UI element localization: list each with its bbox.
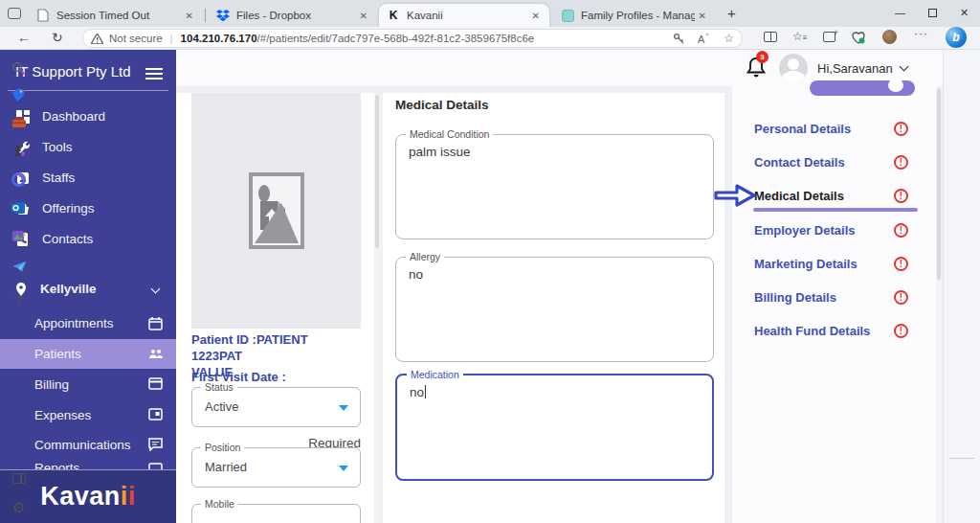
error-icon: ! [894,257,908,271]
browser-menu-icon[interactable]: ··· [914,27,928,40]
kavanii-logo: Kavanii [40,482,136,512]
hamburger-menu-icon[interactable] [145,65,163,82]
shopping-tag-icon[interactable] [11,86,27,102]
allergy-textarea[interactable]: Allergy no [395,257,714,362]
browser-profile-avatar[interactable] [882,30,897,44]
nav-item-contact-details[interactable]: Contact Details [754,155,845,170]
add-sidebar-item-icon[interactable]: + [11,289,27,306]
notification-badge: 3 [756,51,768,63]
tab-title: Session Timed Out [56,10,182,21]
mobile-input[interactable]: Mobile [191,504,361,523]
split-screen-icon[interactable] [764,32,777,42]
tab-kavanii-active[interactable]: K Kavanii ✕ [379,4,549,27]
user-avatar[interactable] [779,54,808,82]
nav-item-billing-details[interactable]: Billing Details [754,290,836,305]
toolbox-icon[interactable] [11,114,27,130]
settings-gear-icon[interactable]: ⚙ [11,499,27,515]
tab-close-icon[interactable]: ✕ [695,9,710,23]
patient-column-scrollbar[interactable] [374,93,380,523]
position-select[interactable]: Position Married [191,447,361,488]
scrollbar-thumb[interactable] [375,95,379,248]
tab-actions-icon[interactable] [8,8,21,19]
notification-bell-icon[interactable]: 3 [746,56,767,82]
microsoft-365-icon[interactable] [11,171,27,188]
security-label[interactable]: Not secure [109,33,163,44]
url-host: 104.210.76.170 [181,33,257,44]
nav-item-health-fund-details[interactable]: Health Fund Details [754,324,870,338]
collections-icon[interactable]: + [823,32,835,42]
medical-details-title: Medical Details [395,98,489,112]
chevron-down-icon [899,62,908,72]
sidebar-item-communications[interactable]: Communications [0,430,176,460]
window-minimize-button[interactable]: — [895,7,905,18]
new-tab-button[interactable]: + [727,5,736,21]
sidebar-item-label: Dashboard [42,109,105,124]
expenses-receipt-icon [148,408,163,422]
family-profiles-icon [561,9,574,22]
sidebar-item-label: Communications [34,438,131,452]
active-section-arrow-icon [714,184,756,207]
sidebar-item-billing[interactable]: Billing [0,370,176,399]
address-bar[interactable]: Not secure | 104.210.76.170/#/patients/e… [82,29,743,48]
user-greeting[interactable]: Hi,Saravanan [817,61,907,76]
back-button[interactable]: ← [17,30,31,45]
sidebar-item-label: Contacts [42,232,93,246]
nav-item-marketing-details[interactable]: Marketing Details [754,257,858,271]
scrollbar-thumb[interactable] [937,88,941,280]
error-icon: ! [894,223,908,238]
copilot-icon[interactable]: b [946,27,967,48]
sidebar-item-label: Expenses [34,408,91,422]
not-secure-warning-icon [91,34,103,44]
nav-item-medical-details-active[interactable]: Medical Details [754,189,844,203]
games-icon[interactable] [11,143,27,159]
sidebar-location-label: Kellyville [40,282,97,296]
sidebar-item-label: Billing [34,377,69,392]
sidebar-item-patients[interactable]: Patients [0,339,176,369]
image-creator-icon[interactable] [11,228,27,244]
dropdown-arrow-icon[interactable] [339,466,348,471]
error-icon: ! [894,290,908,305]
status-select[interactable]: Status Active [191,387,361,427]
patient-photo-upload[interactable] [191,93,361,329]
tab-title: Family Profiles - Managing Famil [581,10,695,21]
tab-close-icon[interactable]: ✕ [528,9,544,23]
refresh-button[interactable]: ↻ [52,30,63,45]
text-cursor [425,385,426,398]
drop-icon[interactable] [11,259,27,275]
split-window-icon[interactable] [11,470,27,487]
outlook-icon[interactable] [11,199,27,216]
tab-session-timed-out[interactable]: Session Timed Out ✕ [29,4,203,27]
nav-item-employer-details[interactable]: Employer Details [754,223,856,238]
window-restore-button[interactable] [928,9,937,17]
tab-close-icon[interactable]: ✕ [182,9,197,23]
search-icon[interactable] [11,60,27,77]
read-aloud-icon[interactable]: A⌃ [698,33,710,45]
password-key-icon[interactable] [673,33,684,44]
main-scrollbar[interactable] [936,86,942,523]
medication-value: no [410,385,426,399]
mobile-label: Mobile [201,498,238,510]
sidebar-item-expenses[interactable]: Expenses [0,400,176,430]
chevron-down-icon [151,284,161,294]
tab-dropbox[interactable]: Files - Dropbox ✕ [209,4,377,27]
favorite-star-icon[interactable]: ☆ [724,32,734,45]
position-label: Position [201,442,244,453]
medication-textarea[interactable]: Medication no [395,374,714,481]
tab-family-profiles[interactable]: Family Profiles - Managing Famil ✕ [553,4,716,27]
medication-label: Medication [407,369,463,380]
browser-essentials-icon[interactable] [852,31,864,42]
sidebar-item-label: Offerings [42,201,95,216]
favorites-icon[interactable]: ☆≡ [792,30,807,43]
status-value: Active [205,399,238,414]
dropdown-arrow-icon[interactable] [339,405,348,411]
window-close-button[interactable]: ✕ [960,7,969,19]
sidebar-item-appointments[interactable]: Appointments [0,308,176,338]
rail-divider [949,458,974,459]
tab-close-icon[interactable]: ✕ [356,9,371,23]
medical-condition-textarea[interactable]: Medical Condition palm issue [395,134,714,239]
nav-item-personal-details[interactable]: Personal Details [754,122,851,136]
billing-card-icon [148,377,163,392]
allergy-value: no [409,267,423,282]
partial-purple-button[interactable] [810,80,915,96]
url-path: /#/patients/edit/7adc797e-568b-492f-81c2… [257,33,535,44]
